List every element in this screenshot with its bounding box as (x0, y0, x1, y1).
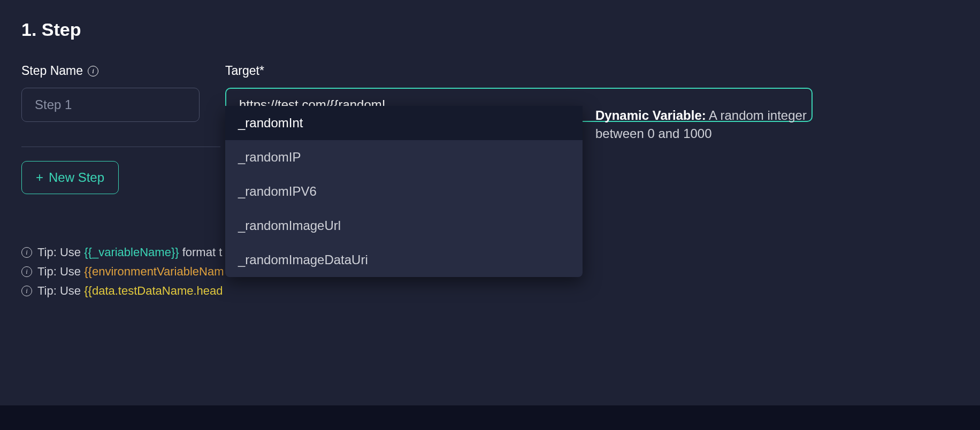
dropdown-item-randomimagedatauri[interactable]: _randomImageDataUri (225, 243, 583, 277)
dropdown-item-randomimageurl[interactable]: _randomImageUrl (225, 209, 583, 243)
dropdown-item-randomipv6[interactable]: _randomIPV6 (225, 174, 583, 209)
new-step-button[interactable]: + New Step (21, 161, 119, 194)
step-heading: 1. Step (21, 19, 959, 40)
autocomplete-dropdown: _randomInt _randomIP _randomIPV6 _random… (225, 106, 583, 277)
tip-variable: {{_variableName}} (84, 245, 179, 259)
tip-variable: {{data.testDataName.head (84, 284, 223, 297)
tip-prefix: Tip: Use (37, 284, 84, 297)
info-icon: i (21, 266, 32, 277)
tip-row: i Tip: Use {{data.testDataName.head (21, 284, 959, 298)
tip-suffix: format t (179, 245, 223, 259)
step-name-label: Step Name i (21, 64, 200, 78)
step-name-label-text: Step Name (21, 64, 83, 78)
tip-prefix: Tip: Use (37, 265, 84, 278)
variable-description-label: Dynamic Variable: (595, 108, 706, 122)
variable-description: Dynamic Variable: A random integer betwe… (595, 106, 818, 142)
new-step-label: New Step (49, 170, 104, 185)
step-name-input[interactable] (21, 88, 200, 122)
tip-text: Tip: Use {{environmentVariableNam (37, 265, 224, 279)
section-divider (21, 147, 220, 147)
info-icon[interactable]: i (88, 66, 98, 76)
target-label-text: Target* (225, 64, 264, 78)
footer-bar (0, 405, 980, 430)
info-icon: i (21, 247, 32, 258)
plus-icon: + (36, 171, 43, 184)
dropdown-item-randomint[interactable]: _randomInt (225, 106, 583, 140)
tip-variable: {{environmentVariableNam (84, 265, 224, 278)
target-group: Target* _randomInt _randomIP _randomIPV6… (225, 64, 959, 122)
form-row: Step Name i Target* _randomInt _randomIP… (21, 64, 959, 122)
tip-text: Tip: Use {{_variableName}} format t (37, 245, 222, 259)
dropdown-item-randomip[interactable]: _randomIP (225, 140, 583, 174)
tip-text: Tip: Use {{data.testDataName.head (37, 284, 223, 298)
tip-prefix: Tip: Use (37, 245, 84, 259)
target-label: Target* (225, 64, 959, 78)
info-icon: i (21, 286, 32, 296)
step-name-group: Step Name i (21, 64, 200, 122)
